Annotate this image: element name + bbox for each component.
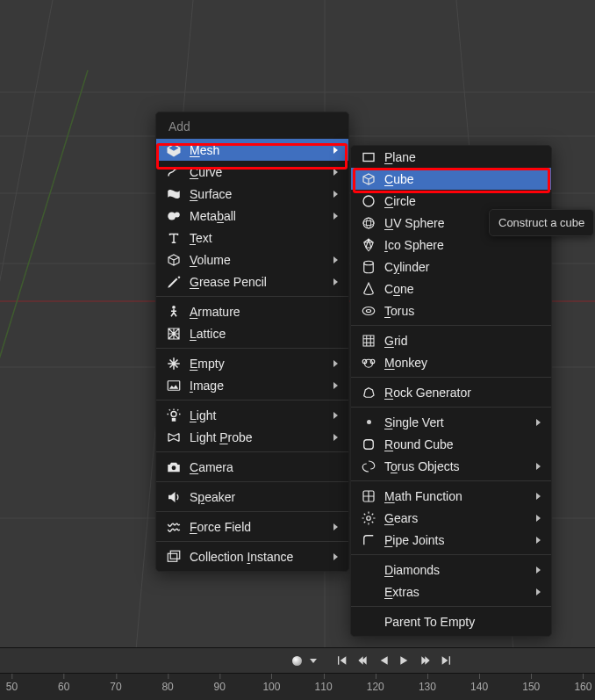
plane-icon: [360, 148, 377, 166]
menu-item-image[interactable]: Image: [156, 374, 348, 396]
svg-line-6: [0, 0, 53, 700]
cone-icon: [360, 280, 377, 298]
menu-item-grid[interactable]: Grid: [351, 329, 551, 351]
menu-item-label: Cube: [384, 172, 541, 186]
math-icon: [360, 487, 377, 505]
submenu-arrow-icon: [333, 147, 338, 154]
menu-item-volume[interactable]: Volume: [156, 249, 348, 271]
submenu-arrow-icon: [333, 213, 338, 220]
menu-item-text[interactable]: Text: [156, 227, 348, 249]
menu-item-mesh[interactable]: Mesh: [156, 139, 348, 161]
menu-item-label: Circle: [384, 194, 541, 208]
play-reverse-button[interactable]: [374, 651, 393, 670]
camera-icon: [165, 458, 183, 476]
menu-item-collection-instance[interactable]: Collection Instance: [156, 545, 348, 567]
add-menu: Add MeshCurveSurfaceMetaballTextVolumeGr…: [155, 112, 349, 572]
submenu-arrow-icon: [333, 523, 338, 530]
timeline-tick: 50: [6, 681, 18, 693]
menu-item-label: Light: [190, 408, 318, 422]
menu-item-light[interactable]: Light: [156, 404, 348, 426]
menu-item-ico-sphere[interactable]: Ico Sphere: [351, 234, 551, 256]
menu-item-label: Force Field: [190, 520, 318, 534]
menu-item-surface[interactable]: Surface: [156, 183, 348, 205]
menu-separator: [351, 377, 551, 378]
submenu-arrow-icon: [333, 191, 338, 198]
jump-to-start-button[interactable]: [332, 651, 351, 670]
autokey-record-icon[interactable]: [292, 656, 302, 666]
menu-separator: [351, 480, 551, 481]
play-button[interactable]: [395, 651, 414, 670]
torusobj-icon: [360, 458, 377, 475]
menu-item-extras[interactable]: Extras: [351, 581, 551, 603]
menu-item-torus[interactable]: Torus: [351, 299, 551, 321]
timeline-toolbar: [0, 648, 595, 673]
menu-separator: [156, 481, 348, 482]
submenu-arrow-icon: [536, 566, 541, 574]
menu-item-grease-pencil[interactable]: Grease Pencil: [156, 271, 348, 292]
menu-item-curve[interactable]: Curve: [156, 161, 348, 183]
jump-next-keyframe-button[interactable]: [416, 651, 435, 670]
submenu-arrow-icon: [536, 537, 541, 544]
curve-icon: [165, 163, 183, 181]
timeline-ruler[interactable]: 5060708090100110120130140150160: [0, 673, 595, 700]
menu-item-lattice[interactable]: Lattice: [156, 322, 348, 344]
menu-item-diamonds[interactable]: Diamonds: [351, 559, 551, 581]
menu-separator: [351, 407, 551, 408]
menu-item-cone[interactable]: Cone: [351, 278, 551, 299]
lattice-icon: [165, 325, 183, 343]
menu-item-label: Light Probe: [190, 430, 318, 444]
mesh-icon: [165, 141, 183, 159]
menu-item-rock-generator[interactable]: Rock Generator: [351, 381, 551, 403]
menu-separator: [156, 400, 348, 401]
rock-icon: [360, 384, 377, 401]
menu-item-force-field[interactable]: Force Field: [156, 516, 348, 538]
menu-item-speaker[interactable]: Speaker: [156, 486, 348, 508]
menu-item-math-function[interactable]: Math Function: [351, 485, 551, 507]
collection-icon: [165, 548, 183, 566]
submenu-arrow-icon: [536, 588, 541, 595]
menu-separator: [156, 541, 348, 542]
menu-item-parent-to-empty[interactable]: Parent To Empty: [351, 610, 551, 632]
jump-to-end-button[interactable]: [437, 651, 456, 670]
cylinder-icon: [360, 258, 377, 276]
menu-item-label: Ico Sphere: [384, 238, 541, 252]
menu-item-monkey[interactable]: Monkey: [351, 351, 551, 373]
menu-item-cylinder[interactable]: Cylinder: [351, 256, 551, 278]
menu-item-plane[interactable]: Plane: [351, 146, 551, 168]
menu-item-single-vert[interactable]: Single Vert: [351, 411, 551, 433]
circle-icon: [360, 192, 377, 210]
menu-item-label: Armature: [190, 305, 338, 319]
autokey-dropdown[interactable]: [305, 651, 321, 670]
menu-item-empty[interactable]: Empty: [156, 352, 348, 374]
menu-item-cube[interactable]: Cube: [351, 168, 551, 190]
menu-item-light-probe[interactable]: Light Probe: [156, 426, 348, 448]
submenu-arrow-icon: [536, 419, 541, 426]
submenu-arrow-icon: [536, 515, 541, 522]
timeline-tick: 80: [161, 681, 173, 693]
menu-item-gears[interactable]: Gears: [351, 507, 551, 529]
menu-item-camera[interactable]: Camera: [156, 456, 348, 478]
menu-item-label: Volume: [190, 253, 318, 267]
menu-item-label: Pipe Joints: [384, 533, 520, 547]
menu-item-round-cube[interactable]: Round Cube: [351, 433, 551, 455]
menu-item-label: Speaker: [190, 490, 338, 504]
jump-prev-keyframe-button[interactable]: [353, 651, 372, 670]
menu-item-label: Camera: [190, 460, 338, 474]
menu-item-label: Monkey: [384, 356, 541, 370]
timeline: 5060708090100110120130140150160: [0, 647, 595, 700]
text-icon: [165, 229, 183, 247]
pipe-icon: [360, 531, 377, 549]
monkey-icon: [360, 354, 377, 372]
submenu-arrow-icon: [536, 493, 541, 500]
menu-item-label: Math Function: [384, 489, 520, 503]
menu-item-torus-objects[interactable]: Torus Objects: [351, 455, 551, 477]
menu-item-label: Empty: [190, 357, 318, 371]
menu-item-armature[interactable]: Armature: [156, 300, 348, 322]
menu-separator: [351, 325, 551, 326]
icosphere-icon: [360, 236, 377, 254]
timeline-tick: 150: [522, 681, 540, 693]
menu-item-metaball[interactable]: Metaball: [156, 205, 348, 227]
lightprobe-icon: [165, 429, 183, 446]
menu-item-pipe-joints[interactable]: Pipe Joints: [351, 529, 551, 551]
timeline-tick: 160: [574, 681, 591, 693]
